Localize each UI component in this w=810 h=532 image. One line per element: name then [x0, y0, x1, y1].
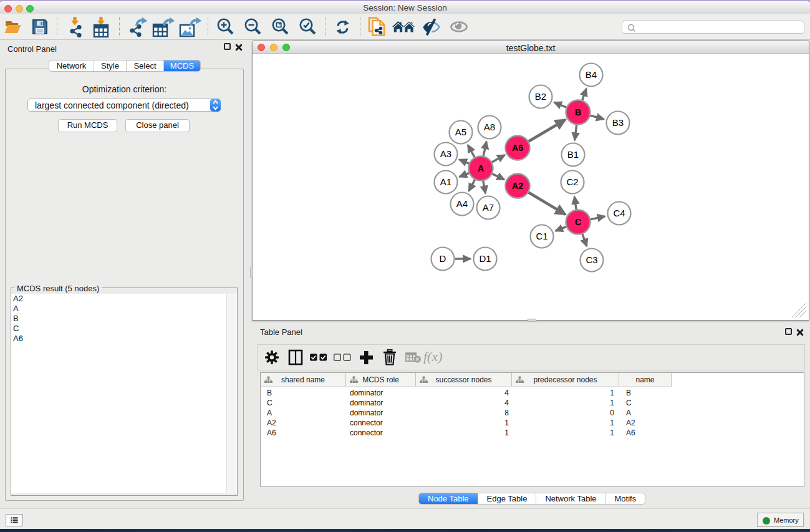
- svg-text:A8: A8: [484, 122, 495, 132]
- svg-text:A6: A6: [512, 143, 523, 153]
- svg-text:A7: A7: [483, 202, 494, 213]
- svg-text:B3: B3: [612, 117, 624, 128]
- svg-text:D: D: [440, 253, 446, 264]
- svg-text:A3: A3: [440, 148, 451, 159]
- svg-text:A: A: [478, 163, 484, 173]
- svg-text:C4: C4: [613, 208, 625, 218]
- svg-text:C: C: [575, 217, 581, 227]
- svg-text:B2: B2: [535, 91, 546, 102]
- svg-text:D1: D1: [479, 253, 491, 264]
- svg-text:C3: C3: [586, 254, 597, 265]
- svg-text:A4: A4: [456, 198, 468, 209]
- svg-text:A5: A5: [455, 127, 466, 137]
- svg-text:A2: A2: [512, 181, 523, 191]
- svg-text:A1: A1: [440, 177, 451, 187]
- svg-text:B4: B4: [586, 69, 597, 80]
- svg-text:C1: C1: [536, 231, 547, 241]
- svg-text:B: B: [575, 107, 581, 117]
- svg-text:B1: B1: [567, 149, 579, 160]
- svg-text:C2: C2: [566, 177, 578, 187]
